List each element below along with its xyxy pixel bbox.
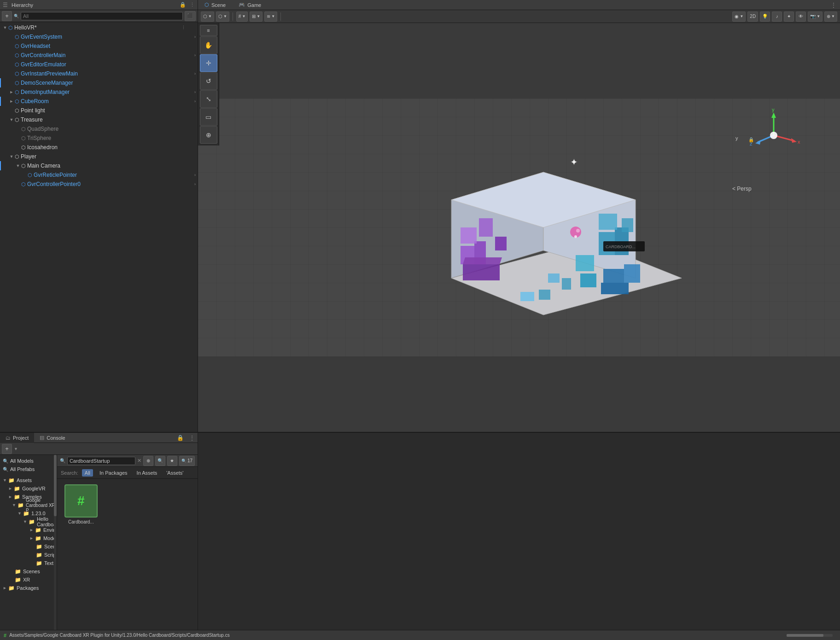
sidebar-all-models[interactable]: 🔍 All Models [0,457,57,465]
tree-item-GvrEventSystem[interactable]: ⬡ GvrEventSystem › [0,32,198,41]
tree-item-Icosahedron[interactable]: ⬡ Icosahedron [0,143,198,152]
tab-project[interactable]: 🗂 Project [0,433,34,443]
2d-button[interactable]: 2D [747,12,758,22]
sidebar-assets[interactable]: ▼ 📁 Assets [0,476,57,484]
hierarchy-lock-icon[interactable]: 🔒 [180,2,186,8]
search-star-btn[interactable]: ★ [167,456,177,466]
sidebar-all-prefabs[interactable]: 🔍 All Prefabs [0,465,57,473]
project-more-icon[interactable]: ⋮ [187,435,198,441]
hierarchy-toolbar: + 🔍 ⬛ [0,10,198,22]
sidebar-models[interactable]: ► 📁 Models [0,534,57,542]
sidebar-scenes-toplevel[interactable]: 📁 Scenes [0,567,57,576]
svg-rect-24 [520,292,534,301]
light-button[interactable]: 💡 [760,12,770,22]
search-lock-btn[interactable]: ⊕ [143,456,153,466]
tree-item-GvrHeadset[interactable]: ⬡ GvrHeadset [0,41,198,51]
hierarchy-search-input[interactable] [21,12,183,20]
tab-console[interactable]: ▤ Console [34,433,70,443]
grid-button[interactable]: # ▼ [236,12,248,22]
tool-rect[interactable]: ▭ [200,108,217,126]
tree-label-PointLight: Point light [21,107,45,114]
CubeRoom-arrow: › [194,99,196,104]
hierarchy-drag-handle: ☰ [3,2,8,8]
sidebar-xr[interactable]: 📁 XR [0,576,57,584]
tree-item-DemoInputManager[interactable]: ⬡ DemoInputManager › [0,87,198,97]
project-lock-icon[interactable]: 🔒 [174,435,187,441]
camera-arrow: ▼ [817,14,820,18]
add-object-button[interactable]: + [2,11,12,21]
tree-item-QuadSphere[interactable]: ⬡ QuadSphere [0,124,198,134]
tree-item-PointLight[interactable]: ⬡ Point light [0,106,198,115]
search-count-btn[interactable]: 🔍 17 [179,456,195,466]
tree-label-GvrReticlePointer: GvrReticlePointer [34,172,77,178]
tree-item-GvrControllerMain[interactable]: ⬡ GvrControllerMain › [0,51,198,60]
layer-button[interactable]: ⬡ ▼ [216,12,229,22]
tool-move[interactable]: ✛ [200,54,217,72]
filter-assets-quoted[interactable]: 'Assets' [163,469,186,477]
filter-all[interactable]: All [82,469,93,477]
asset-search-input[interactable] [67,457,135,465]
tab-scene[interactable]: ⬡ Scene [198,0,232,10]
grid-arrow: ▼ [242,14,245,18]
tree-item-MainCamera[interactable]: ⬡ Main Camera [0,161,198,170]
sidebar-environments[interactable]: ► 📁 Environments [0,526,57,534]
tree-item-Treasure[interactable]: ⬡ Treasure [0,115,198,124]
sidebar-scripts[interactable]: 📁 Scripts [0,551,57,559]
scene-panel-more[interactable]: ⋮ [827,2,840,8]
sidebar-scrollbar[interactable] [54,455,57,630]
fx-icon: ✦ [787,14,791,19]
sidebar-packages[interactable]: ► 📁 Packages [0,584,57,592]
filter-in-packages[interactable]: In Packages [97,469,130,477]
gizmo-arrow: ▼ [831,14,835,18]
xr-icon: 📁 [15,577,21,583]
sidebar-textures[interactable]: 📁 Textures [0,559,57,567]
visibility-btn2[interactable]: 👁 [796,12,806,22]
tree-item-GvrControllerPointer0[interactable]: ⬡ GvrControllerPointer0 › [0,180,198,189]
tree-item-HelloVR[interactable]: ⬡ HelloVR* ⋮ [0,23,198,32]
clear-search-icon[interactable]: ✕ [137,458,141,464]
tool-menu[interactable]: ≡ [200,25,217,36]
fx-button[interactable]: ✦ [784,12,794,22]
tree-item-GvrEditorEmulator[interactable]: ⬡ GvrEditorEmulator [0,60,198,69]
tree-item-Player[interactable]: ⬡ Player [0,152,198,161]
sidebar-googlevr[interactable]: ► 📁 GoogleVR [0,484,57,493]
audio-button[interactable]: ♪ [772,12,782,22]
tool-scale[interactable]: ⤡ [200,90,217,108]
project-add-button[interactable]: + [2,444,12,454]
hellovr-options[interactable]: ⋮ [181,25,186,30]
search-count-label: 17 [187,458,192,463]
snap-button[interactable]: ⊞ ▼ [250,12,262,22]
tree-item-CubeRoom[interactable]: ⬡ CubeRoom › [0,97,198,106]
gizmo-button[interactable]: ⊕ ▼ [824,12,837,22]
GvrInstantPreviewMain-arrow: › [194,71,196,76]
tab-game[interactable]: 🎮 Game [232,0,268,10]
visibility-button[interactable]: ≋ ▼ [264,12,277,22]
GvrControllerMain-arrow: › [194,53,196,58]
tree-label-Treasure: Treasure [21,116,43,123]
tree-arrow-PointLight [8,107,15,114]
sidebar-hello-cardboard[interactable]: ▼ 📁 Hello Cardboard [0,518,57,526]
hierarchy-more-icon[interactable]: ⋮ [190,2,195,8]
tool-hand[interactable]: ✋ [200,36,217,54]
camera-select-button[interactable]: 📷 ▼ [808,12,822,22]
all-prefabs-label: All Prefabs [10,466,35,472]
scene-viewport[interactable]: ≡ ✋ ✛ ↺ ⤡ ▭ ⊕ [198,23,840,432]
tool-custom[interactable]: ⊕ [200,126,217,144]
shading-button[interactable]: ⬡ ▼ [201,12,214,22]
bottom-area: 🗂 Project ▤ Console 🔒 ⋮ + ▼ 🔍 All Models [0,432,840,630]
render-mode-button[interactable]: ◉ ▼ [732,12,746,22]
tree-item-GvrInstantPreviewMain[interactable]: ⬡ GvrInstantPreviewMain › [0,69,198,78]
tree-item-GvrReticlePointer[interactable]: ⬡ GvrReticlePointer › [0,170,198,180]
tree-item-TriSphere[interactable]: ⬡ TriSphere [0,134,198,143]
asset-name-cardboard: Cardboard... [68,519,94,524]
search-filter-btn[interactable]: 🔍 [155,456,165,466]
tool-rotate[interactable]: ↺ [200,72,217,90]
sidebar-gcard-xr[interactable]: ▼ 📁 Google Cardboard XR P [0,501,57,509]
asset-item-cardboard[interactable]: # Cardboard... [63,484,99,524]
tree-item-DemoSceneManager[interactable]: ⬡ DemoSceneManager [0,78,198,87]
project-toolbar: + ▼ [0,443,198,455]
svg-rect-11 [463,264,500,280]
hierarchy-filter-button[interactable]: ⬛ [185,11,196,21]
filter-in-assets[interactable]: In Assets [134,469,160,477]
sidebar-scenes[interactable]: 📁 Scenes [0,542,57,551]
